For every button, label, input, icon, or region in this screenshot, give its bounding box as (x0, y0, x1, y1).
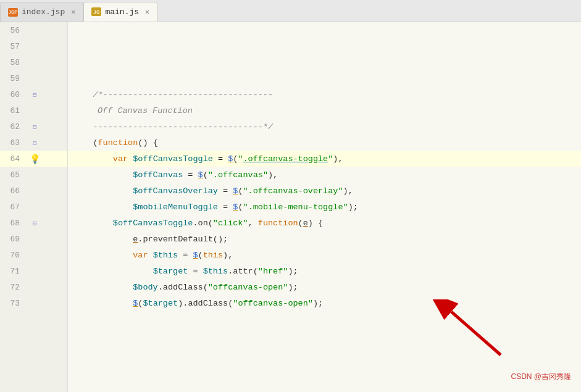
code-69: e.preventDefault(); (73, 235, 228, 244)
code-line-73: $($target).addClass("offcanvas-open"); (68, 295, 581, 311)
line-num-60: 60 (0, 90, 26, 99)
code-line-64: var $offCanvasToggle = $(".offcanvas-tog… (68, 151, 581, 167)
gutter-row-66: 66 (0, 183, 67, 199)
editor: 56 57 58 59 60 ⊟ (0, 22, 581, 392)
line-num-58: 58 (0, 58, 26, 67)
gutter-row-71: 71 (0, 263, 67, 279)
paren2-63: () { (138, 138, 157, 148)
code-line-68: $offCanvasToggle.on("click", function(e)… (68, 215, 581, 231)
line-num-57: 57 (0, 42, 26, 51)
code-line-59 (68, 70, 581, 86)
gutter-row-62: 62 ⊟ (0, 119, 67, 135)
jsp-icon: JSP (8, 8, 18, 17)
code-line-65: $offCanvas = $(".offcanvas"), (68, 167, 581, 183)
kw-function-63: function (98, 138, 138, 148)
code-lines: /*---------------------------------- Off… (68, 22, 581, 311)
code-line-63: (function() { (68, 135, 581, 151)
line-num-68: 68 (0, 219, 26, 228)
comment-62: ----------------------------------*/ (73, 122, 273, 131)
line-num-69: 69 (0, 235, 26, 244)
gutter-row-64: 64 💡 (0, 151, 67, 167)
line-num-65: 65 (0, 170, 26, 180)
tab-label-index: index.jsp (22, 7, 65, 17)
code-line-61: Off Canvas Function (68, 102, 581, 119)
line-num-59: 59 (0, 74, 26, 83)
gutter-row-63: 63 ⊟ (0, 135, 67, 151)
lightbulb-icon-64[interactable]: 💡 (30, 154, 40, 164)
gutter-row-61: 61 (0, 102, 67, 119)
paren-63: ( (73, 138, 98, 148)
gutter-row-67: 67 (0, 199, 67, 215)
tab-label-main: main.js (105, 7, 139, 17)
gutter-icons-64: 💡 (26, 154, 43, 164)
code-71: $target = $this.attr("href"); (73, 267, 298, 276)
code-line-56 (68, 22, 581, 38)
line-num-66: 66 (0, 186, 26, 196)
editor-wrapper: 56 57 58 59 60 ⊟ (0, 22, 581, 392)
code-line-57 (68, 38, 581, 54)
fold-icon-62[interactable]: ⊟ (30, 122, 39, 131)
line-num-71: 71 (0, 267, 26, 276)
code-line-66: $offCanvasOverlay = $(".offcanvas-overla… (68, 183, 581, 199)
gutter-row-68: 68 ⊟ (0, 215, 67, 231)
code-64: var $offCanvasToggle = $(".offcanvas-tog… (73, 154, 343, 164)
code-66: $offCanvasOverlay = $(".offcanvas-overla… (73, 186, 353, 196)
code-68: $offCanvasToggle.on("click", function(e)… (73, 219, 323, 228)
tab-bar: JSP index.jsp ✕ JS main.js ✕ (0, 0, 581, 22)
code-line-70: var $this = $(this), (68, 247, 581, 263)
code-73: $($target).addClass("offcanvas-open"); (73, 299, 323, 308)
gutter-row-56: 56 (0, 22, 67, 38)
code-line-72: $body.addClass("offcanvas-open"); (68, 279, 581, 295)
line-num-56: 56 (0, 26, 26, 35)
comment-61: Off Canvas Function (73, 106, 193, 115)
gutter-row-57: 57 (0, 38, 67, 54)
fold-icon-60[interactable]: ⊟ (30, 90, 39, 99)
code-line-60: /*---------------------------------- (68, 86, 581, 102)
gutter-row-69: 69 (0, 231, 67, 247)
gutter-row-72: 72 (0, 279, 67, 295)
gutter-row-59: 59 (0, 70, 67, 86)
code-line-67: $mobileMenuToggle = $(".mobile-menu-togg… (68, 199, 581, 215)
gutter-row-65: 65 (0, 167, 67, 183)
code-72: $body.addClass("offcanvas-open"); (73, 283, 298, 292)
gutter-row-60: 60 ⊟ (0, 86, 67, 102)
code-content[interactable]: /*---------------------------------- Off… (68, 22, 581, 392)
fold-icon-68[interactable]: ⊟ (30, 219, 39, 227)
line-number-gutter: 56 57 58 59 60 ⊟ (0, 22, 68, 392)
line-num-63: 63 (0, 138, 26, 148)
gutter-icons-62: ⊟ (26, 122, 43, 131)
gutter-icons-60: ⊟ (26, 90, 43, 99)
js-icon: JS (91, 7, 101, 16)
tab-index-jsp[interactable]: JSP index.jsp ✕ (0, 2, 83, 22)
line-num-67: 67 (0, 202, 26, 212)
code-70: var $this = $(this), (73, 251, 233, 260)
line-num-64: 64 (0, 154, 26, 164)
code-line-69: e.preventDefault(); (68, 231, 581, 247)
line-num-73: 73 (0, 299, 26, 308)
code-line-62: ----------------------------------*/ (68, 119, 581, 135)
gutter-icons-68: ⊟ (26, 219, 43, 227)
code-line-71: $target = $this.attr("href"); (68, 263, 581, 279)
gutter-row-73: 73 (0, 295, 67, 311)
line-num-70: 70 (0, 251, 26, 260)
gutter-icons-63: ⊟ (26, 138, 43, 147)
code-67: $mobileMenuToggle = $(".mobile-menu-togg… (73, 202, 358, 212)
tab-main-js[interactable]: JS main.js ✕ (83, 2, 157, 22)
fold-icon-63[interactable]: ⊟ (30, 138, 39, 147)
code-65: $offCanvas = $(".offcanvas"), (73, 170, 278, 180)
line-num-62: 62 (0, 122, 26, 131)
code-line-58 (68, 54, 581, 70)
tab-close-index[interactable]: ✕ (71, 7, 75, 17)
line-num-61: 61 (0, 106, 26, 115)
gutter-row-58: 58 (0, 54, 67, 70)
tab-close-main[interactable]: ✕ (145, 7, 149, 17)
line-num-72: 72 (0, 283, 26, 292)
gutter-row-70: 70 (0, 247, 67, 263)
comment-60: /*---------------------------------- (73, 90, 273, 99)
